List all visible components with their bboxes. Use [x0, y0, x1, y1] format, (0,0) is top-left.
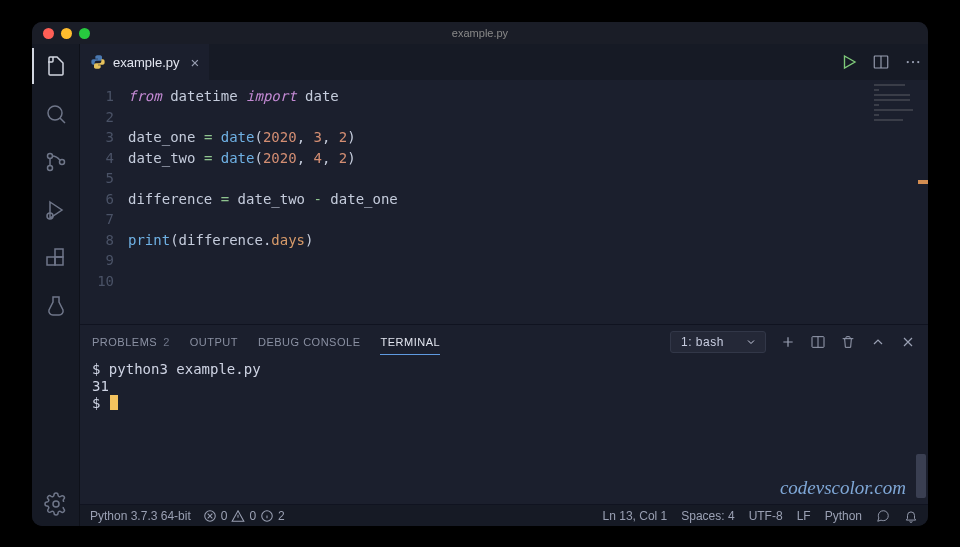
tab-filename: example.py	[113, 55, 179, 70]
status-bar: Python 3.7.3 64-bit 0 0 2 Ln 13, Col 1 S…	[80, 504, 928, 526]
panel-tab-terminal[interactable]: TERMINAL	[380, 330, 440, 355]
status-eol[interactable]: LF	[797, 509, 811, 523]
terminal-line: $	[92, 395, 916, 412]
info-icon	[260, 509, 274, 523]
status-encoding[interactable]: UTF-8	[749, 509, 783, 523]
vscode-window: example.py	[32, 22, 928, 526]
panel-tabbar: PROBLEMS2 OUTPUT DEBUG CONSOLE TERMINAL …	[80, 325, 928, 359]
close-panel-icon[interactable]	[900, 334, 916, 350]
watermark-text: codevscolor.com	[780, 479, 906, 496]
settings-gear-icon[interactable]	[42, 490, 70, 518]
new-terminal-icon[interactable]	[780, 334, 796, 350]
window-title: example.py	[32, 27, 928, 39]
maximize-panel-icon[interactable]	[870, 334, 886, 350]
tab-close-icon[interactable]: ×	[190, 54, 199, 71]
error-icon	[203, 509, 217, 523]
run-debug-icon[interactable]	[42, 196, 70, 224]
status-notifications-icon[interactable]	[904, 509, 918, 523]
status-feedback-icon[interactable]	[876, 509, 890, 523]
panel-tab-problems[interactable]: PROBLEMS2	[92, 330, 170, 354]
editor-actions	[840, 44, 922, 80]
status-indentation[interactable]: Spaces: 4	[681, 509, 734, 523]
terminal-line: 31	[92, 378, 916, 395]
titlebar: example.py	[32, 22, 928, 44]
svg-point-3	[59, 160, 64, 165]
warning-icon	[231, 509, 245, 523]
svg-point-2	[47, 166, 52, 171]
svg-rect-5	[47, 257, 55, 265]
status-language[interactable]: Python	[825, 509, 862, 523]
panel-scrollbar[interactable]	[916, 454, 926, 498]
panel-actions: 1: bash	[670, 331, 916, 353]
terminal-output[interactable]: $ python3 example.py 31 $ codevscolor.co…	[80, 359, 928, 504]
more-actions-icon[interactable]	[904, 53, 922, 71]
split-editor-icon[interactable]	[872, 53, 890, 71]
python-file-icon	[90, 54, 106, 70]
kill-terminal-icon[interactable]	[840, 334, 856, 350]
code-content: from datetime import date date_one = dat…	[128, 80, 398, 324]
activity-bar	[32, 44, 80, 526]
overview-ruler-mark	[918, 180, 928, 184]
code-editor[interactable]: 1 2 3 4 5 6 7 8 9 10 from datetime impor…	[80, 80, 928, 324]
split-terminal-icon[interactable]	[810, 334, 826, 350]
terminal-line: $ python3 example.py	[92, 361, 916, 378]
status-python-interpreter[interactable]: Python 3.7.3 64-bit	[90, 509, 191, 523]
panel-tab-debug-console[interactable]: DEBUG CONSOLE	[258, 330, 360, 354]
svg-point-0	[48, 106, 62, 120]
svg-point-1	[47, 154, 52, 159]
terminal-cursor	[110, 395, 118, 410]
status-problems[interactable]: 0 0 2	[203, 509, 285, 523]
explorer-icon[interactable]	[42, 52, 70, 80]
tab-example-py[interactable]: example.py ×	[80, 44, 209, 80]
bottom-panel: PROBLEMS2 OUTPUT DEBUG CONSOLE TERMINAL …	[80, 324, 928, 504]
run-button[interactable]	[840, 53, 858, 71]
svg-point-11	[912, 61, 914, 63]
svg-point-8	[53, 501, 59, 507]
testing-icon[interactable]	[42, 292, 70, 320]
svg-rect-7	[55, 249, 63, 257]
line-number-gutter: 1 2 3 4 5 6 7 8 9 10	[80, 80, 128, 324]
chevron-down-icon	[745, 336, 757, 348]
status-cursor-position[interactable]: Ln 13, Col 1	[603, 509, 668, 523]
svg-rect-6	[55, 257, 63, 265]
minimap[interactable]	[874, 84, 926, 132]
window-body: example.py × 1	[32, 44, 928, 526]
editor-tabbar: example.py ×	[80, 44, 928, 80]
svg-point-10	[907, 61, 909, 63]
svg-point-12	[917, 61, 919, 63]
terminal-selector[interactable]: 1: bash	[670, 331, 766, 353]
panel-tab-output[interactable]: OUTPUT	[190, 330, 238, 354]
source-control-icon[interactable]	[42, 148, 70, 176]
main-area: example.py × 1	[80, 44, 928, 526]
search-icon[interactable]	[42, 100, 70, 128]
extensions-icon[interactable]	[42, 244, 70, 272]
